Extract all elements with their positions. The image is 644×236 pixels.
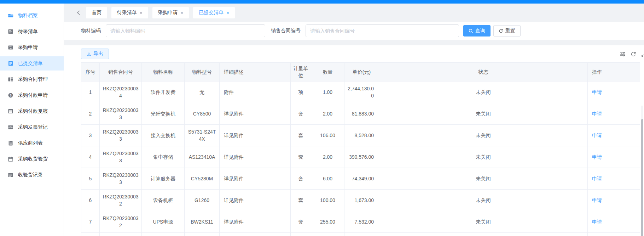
cell-action: 申请 xyxy=(588,168,640,190)
apply-link[interactable]: 申请 xyxy=(592,197,602,203)
cell-material-name: 集中存储 xyxy=(142,146,185,168)
apply-link[interactable]: 申请 xyxy=(592,219,602,225)
column-settings-icon[interactable] xyxy=(620,51,626,57)
cell-unit: 套 xyxy=(291,233,311,236)
table-row: 3 RKZQ202300033 接入交换机 S5731-S24T4X 详见附件 … xyxy=(81,125,640,146)
cell-unit: 套 xyxy=(291,211,311,233)
col-model: 物料型号 xyxy=(185,63,220,82)
tab-item-3[interactable]: 已提交清单× xyxy=(193,7,235,18)
material-code-label: 物料编码 xyxy=(81,28,101,34)
cell-action: 申请 xyxy=(588,211,640,233)
tab-item-2[interactable]: 采购申请× xyxy=(152,7,189,18)
cell-unit: 套 xyxy=(291,190,311,211)
table-row: 7 RKZQ202300032 UPS电源 BW2KS11 详见附件 套 255… xyxy=(81,211,640,233)
sidebar-item-calendar[interactable]: 采购收货验货 xyxy=(0,152,64,166)
cell-quantity: 1.00 xyxy=(311,82,344,103)
reset-button[interactable]: 重置 xyxy=(493,25,521,36)
cell-unit: 项 xyxy=(291,82,311,103)
vertical-scrollbar-thumb[interactable] xyxy=(641,119,643,236)
cell-index: 6 xyxy=(81,190,100,211)
query-button[interactable]: 查询 xyxy=(463,25,491,36)
cell-quantity: 100.00 xyxy=(311,190,344,211)
close-tab-icon[interactable]: × xyxy=(226,11,229,15)
cell-material-name: 计算服务器 xyxy=(142,168,185,190)
cell-status: 未关闭 xyxy=(379,146,588,168)
sidebar-item-records[interactable]: 收验货记录 xyxy=(0,168,64,182)
cell-unit: 套 xyxy=(291,125,311,146)
apply-link[interactable]: 申请 xyxy=(592,154,602,160)
tab-home[interactable]: 首页 xyxy=(86,7,107,18)
search-panel: 物料编码 销售合同编号 查询 重置 xyxy=(64,22,644,40)
close-tab-icon[interactable]: × xyxy=(140,11,143,15)
sidebar-item-folder[interactable]: 物料档案 xyxy=(0,9,64,23)
sidebar-item-label: 采购付款复核 xyxy=(18,108,48,114)
sidebar-item-label: 采购合同管理 xyxy=(18,76,48,83)
apply-link[interactable]: 申请 xyxy=(592,176,602,181)
table-row: 4 RKZQ202300033 集中存储 AS123410A 详见附件 套 2.… xyxy=(81,146,640,168)
cell-quantity: 2.00 xyxy=(311,103,344,125)
sidebar-item-label: 供应商列表 xyxy=(18,140,43,146)
col-description: 详细描述 xyxy=(220,63,291,82)
cell-unit-price: 70,640.00 xyxy=(344,233,379,236)
cell-description: 详见附件 xyxy=(220,190,291,211)
sidebar-item-label: 已提交清单 xyxy=(18,60,43,67)
material-code-input[interactable] xyxy=(106,24,265,37)
dollar-icon: $ xyxy=(8,92,13,98)
cell-model: AS123410A xyxy=(185,146,220,168)
sales-contract-no-input[interactable] xyxy=(306,24,459,37)
sidebar-item-invoice[interactable]: 采购发票登记 xyxy=(0,120,64,134)
table-row: 2 RKZQ202300033 光纤交换机 CY8500 详见附件 套 2.00… xyxy=(81,103,640,125)
cell-index: 5 xyxy=(81,168,100,190)
reset-button-label: 重置 xyxy=(505,28,515,34)
sidebar-item-dollar[interactable]: $采购付款申请 xyxy=(0,88,64,102)
cell-index: 3 xyxy=(81,125,100,146)
fullscreen-icon[interactable] xyxy=(641,51,644,57)
sidebar-item-label: 采购申请 xyxy=(18,44,38,51)
records-icon xyxy=(8,172,13,178)
apply-link[interactable]: 申请 xyxy=(592,111,602,117)
sales-contract-no-label: 销售合同编号 xyxy=(271,28,301,34)
sidebar-item-submitted-list[interactable]: 已提交清单 xyxy=(0,56,64,71)
cell-model: S5731-S24T4X xyxy=(185,125,220,146)
sidebar-item-label: 物料档案 xyxy=(18,12,38,19)
tab-label: 待采清单 xyxy=(117,10,137,16)
sidebar-menu: 物料档案待采清单采购申请已提交清单采购合同管理$采购付款申请采购付款复核采购发票… xyxy=(0,9,64,182)
refresh-icon[interactable] xyxy=(631,51,636,57)
tab-label: 已提交清单 xyxy=(199,10,224,16)
cell-description: 详见附件 xyxy=(220,168,291,190)
cell-contract-no: RKZQ202300032 xyxy=(100,190,142,211)
col-quantity: 数量 xyxy=(311,63,344,82)
close-tab-icon[interactable]: × xyxy=(181,11,184,15)
sidebar: 物料档案待采清单采购申请已提交清单采购合同管理$采购付款申请采购付款复核采购发票… xyxy=(0,4,64,236)
sidebar-item-pending-list[interactable]: 待采清单 xyxy=(0,24,64,39)
col-unit: 计量单位 xyxy=(291,63,311,82)
sidebar-item-transfer[interactable]: 采购申请 xyxy=(0,40,64,55)
cell-unit: 套 xyxy=(291,146,311,168)
cell-description: 详见附件 xyxy=(220,146,291,168)
cell-status: 未关闭 xyxy=(379,82,588,103)
table-toolbar-icons xyxy=(620,51,644,57)
apply-link[interactable]: 申请 xyxy=(592,89,602,95)
sidebar-item-review-list[interactable]: 采购付款复核 xyxy=(0,104,64,118)
cell-status: 未关闭 xyxy=(379,233,588,236)
invoice-icon xyxy=(8,124,13,130)
cell-status: 未关闭 xyxy=(379,168,588,190)
cell-contract-no: RKZQ202300034 xyxy=(100,82,142,103)
cell-contract-no: RKZQ202300033 xyxy=(100,168,142,190)
cell-description: 详见附件 xyxy=(220,125,291,146)
apply-link[interactable]: 申请 xyxy=(592,133,602,138)
sidebar-item-contract[interactable]: 采购合同管理 xyxy=(0,72,64,86)
chevron-left-icon[interactable] xyxy=(76,10,82,16)
cell-contract-no: RKZQ202300033 xyxy=(100,103,142,125)
cell-quantity: 255.00 xyxy=(311,211,344,233)
export-button[interactable]: 导出 xyxy=(81,49,109,59)
cell-contract-no: RKZQ202300032 xyxy=(100,211,142,233)
cell-index: 2 xyxy=(81,103,100,125)
cell-model: XYZD-01 xyxy=(185,233,220,236)
tab-item-1[interactable]: 待采清单× xyxy=(111,7,148,18)
cell-quantity: 6.00 xyxy=(311,168,344,190)
sidebar-item-label: 收验货记录 xyxy=(18,172,43,178)
cell-action: 申请 xyxy=(588,82,640,103)
cell-index: 8 xyxy=(81,233,100,236)
sidebar-item-supplier-list[interactable]: 供应商列表 xyxy=(0,136,64,150)
